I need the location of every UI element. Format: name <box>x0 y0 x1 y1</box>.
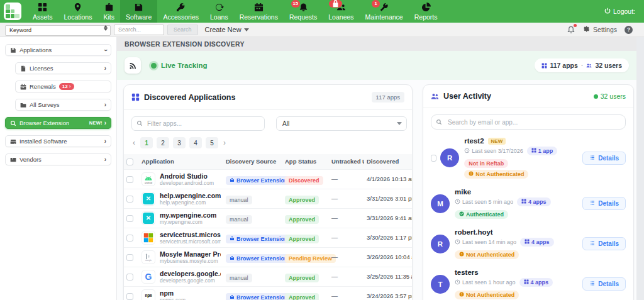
list-icon <box>589 281 595 287</box>
row-select-cell <box>124 208 139 228</box>
sidebar-item-label: Vendors <box>19 156 42 163</box>
keyword-select[interactable]: Keyword <box>5 25 111 36</box>
sidebar-item-installed-software[interactable]: Installed Software› <box>5 135 111 147</box>
toolbar-search-input[interactable] <box>114 25 164 35</box>
sidebar-item-renewals[interactable]: Renewals12 › <box>15 81 111 92</box>
sidebar-item-right: › <box>104 157 106 163</box>
app-name[interactable]: Mosyle Manager Premium <box>160 250 221 258</box>
sidebar-item-right: NEW!› <box>89 120 106 126</box>
page-5-button[interactable]: 5 <box>206 137 218 148</box>
rss-icon[interactable] <box>125 57 141 74</box>
details-button[interactable]: Details <box>582 197 626 210</box>
page-3-button[interactable]: 3 <box>173 137 186 148</box>
nav-item-loanees[interactable]: Loanees <box>323 0 359 23</box>
nav-item-reservations[interactable]: Reservations <box>234 0 284 23</box>
status-filter-select[interactable]: All <box>276 116 407 131</box>
row-checkbox[interactable] <box>126 293 133 300</box>
row-checkbox[interactable] <box>126 196 133 203</box>
row-checkbox[interactable] <box>126 176 133 183</box>
nav-item-assets[interactable]: Assets <box>27 0 58 23</box>
discovered-date-cell: 3/31/2026 3:01 pm <box>364 189 413 208</box>
column-header[interactable]: Discovery Source <box>223 154 282 169</box>
user-search-input[interactable] <box>431 114 626 130</box>
app-name[interactable]: help.wpengine.com <box>160 192 221 199</box>
app-logo-google: G <box>142 270 155 284</box>
logout-button[interactable]: Logout: <box>596 0 644 23</box>
nav-item-accessories[interactable]: Accessories <box>157 0 204 23</box>
row-checkbox[interactable] <box>126 235 133 242</box>
user-name[interactable]: robert.hoyt <box>455 228 493 236</box>
sidebar-item-vendors[interactable]: Vendors› <box>5 153 111 165</box>
row-checkbox[interactable] <box>126 274 133 281</box>
page-4-button[interactable]: 4 <box>189 137 202 148</box>
source-badge: manual <box>226 274 252 282</box>
column-header[interactable]: Discovered <box>364 154 413 169</box>
nav-item-maintenance[interactable]: 1Maintenance <box>360 0 409 23</box>
row-checkbox[interactable] <box>126 215 133 222</box>
discovered-date-cell: 4/1/2026 10:13 am <box>364 169 413 189</box>
filter-apps-input[interactable] <box>131 116 265 131</box>
app-status-cell: Approved <box>282 286 329 300</box>
settings-label: Settings <box>593 26 617 33</box>
notifications-bell-icon[interactable] <box>567 25 575 34</box>
live-status-dot <box>151 63 157 69</box>
sidebar-item-right: › <box>104 65 106 72</box>
column-header[interactable]: Untracked Users <box>329 154 364 169</box>
help-button[interactable]: ? <box>625 26 633 34</box>
nav-item-locations[interactable]: Locations <box>58 0 98 23</box>
select-all-header <box>124 154 139 169</box>
user-checkbox[interactable] <box>431 155 436 162</box>
app-status-cell: Approved <box>282 267 329 286</box>
row-select-cell <box>124 228 139 247</box>
reftab-logo[interactable] <box>4 3 21 20</box>
sidebar-item-applications[interactable]: Applications› <box>5 44 111 56</box>
next-page-chevron[interactable]: › <box>222 138 227 147</box>
sidebar-item-licenses[interactable]: Licenses› <box>15 62 111 74</box>
status-filter-wrap: All <box>276 116 407 131</box>
app-domain: my.wpengine.com <box>160 219 216 225</box>
column-header[interactable]: Application <box>139 154 223 169</box>
nav-label: Maintenance <box>365 13 403 21</box>
user-name[interactable]: testers <box>455 269 479 276</box>
details-button[interactable]: Details <box>582 152 626 165</box>
user-name[interactable]: mike <box>455 188 471 196</box>
page-1-button[interactable]: 1 <box>140 137 153 148</box>
main-layout: Applications›Licenses›Renewals12 ›All Su… <box>0 37 644 300</box>
bell-icon: 15 <box>299 3 308 12</box>
untracked-users-cell: — <box>329 267 364 286</box>
discovered-date-cell: 3/30/2026 1:17 pm <box>364 228 413 247</box>
green-dot-icon <box>594 94 598 99</box>
prev-page-chevron[interactable]: ‹ <box>131 138 136 147</box>
app-name[interactable]: servicetrust.microsoft.com <box>160 231 221 238</box>
settings-button[interactable]: Settings <box>583 25 617 34</box>
floppy-icon <box>134 3 143 12</box>
create-new-dropdown[interactable]: Create New <box>205 26 249 33</box>
app-name[interactable]: npm <box>160 289 186 297</box>
nav-item-loans[interactable]: Loans <box>204 0 234 23</box>
nav-item-software[interactable]: Software <box>120 0 157 23</box>
app-name[interactable]: my.wpengine.com <box>160 211 216 219</box>
sidebar-item-all-surveys[interactable]: All Surveys› <box>15 99 111 111</box>
last-seen: Last seen 3/17/2026 <box>464 148 523 155</box>
nav-item-requests[interactable]: 15Requests <box>284 0 323 23</box>
apps-filter-row: All <box>124 110 412 135</box>
nav-label: Requests <box>289 13 317 21</box>
row-checkbox[interactable] <box>126 254 133 261</box>
select-all-checkbox[interactable] <box>126 158 133 165</box>
app-name[interactable]: Android Studio <box>160 172 214 180</box>
details-button[interactable]: Details <box>582 237 626 250</box>
nav-item-reports[interactable]: Reports <box>409 0 443 23</box>
page-2-button[interactable]: 2 <box>157 137 169 148</box>
user-row: Rrtest2NEWLast seen 3/17/20261 appNot in… <box>423 132 633 183</box>
search-toolbar: Keyword Search Create New Settings ? <box>0 23 644 37</box>
list-icon <box>589 200 595 207</box>
user-search-row <box>423 108 633 132</box>
user-name[interactable]: rtest2 <box>464 137 484 145</box>
details-button[interactable]: Details <box>582 277 626 291</box>
sidebar-item-browser-extension[interactable]: Browser ExtensionNEW!› <box>5 117 111 129</box>
toolbar-search-button[interactable]: Search <box>167 25 198 35</box>
nav-item-kits[interactable]: Kits <box>97 0 120 23</box>
column-header[interactable]: App Status <box>282 154 329 169</box>
user-list: Rrtest2NEWLast seen 3/17/20261 appNot in… <box>423 132 633 300</box>
app-name[interactable]: developers.google.com <box>160 270 221 277</box>
